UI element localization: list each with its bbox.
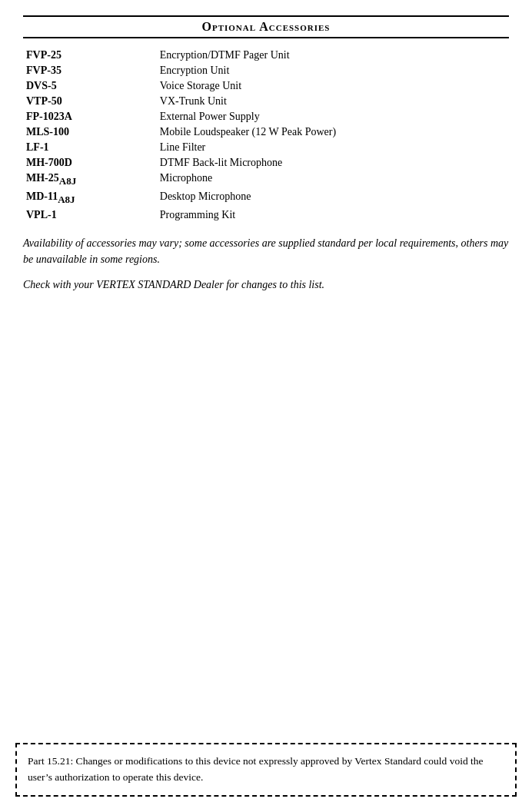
- description-cell: Voice Storage Unit: [157, 78, 509, 94]
- description-cell: Encryption Unit: [157, 63, 509, 78]
- table-row: VPL-1Programming Kit: [23, 207, 509, 223]
- table-row: FVP-35Encryption Unit: [23, 63, 509, 78]
- model-cell: MLS-100: [23, 124, 157, 140]
- accessories-table: FVP-25Encryption/DTMF Pager UnitFVP-35En…: [23, 48, 509, 223]
- table-row: DVS-5Voice Storage Unit: [23, 78, 509, 94]
- note1: Availability of accessories may vary; so…: [23, 235, 509, 267]
- page-title-block: Optional Accessories: [23, 15, 509, 38]
- model-cell: MH-700D: [23, 155, 157, 171]
- model-cell: VTP-50: [23, 94, 157, 109]
- table-row: FP-1023AExternal Power Supply: [23, 109, 509, 124]
- description-cell: Microphone: [157, 171, 509, 189]
- footer-box: Part 15.21: Changes or modifications to …: [15, 743, 517, 797]
- model-cell: MD-11A8J: [23, 189, 157, 207]
- table-row: LF-1Line Filter: [23, 140, 509, 155]
- table-row: MD-11A8JDesktop Microphone: [23, 189, 509, 207]
- table-row: MLS-100Mobile Loudspeaker (12 W Peak Pow…: [23, 124, 509, 140]
- description-cell: Encryption/DTMF Pager Unit: [157, 48, 509, 63]
- note2: Check with your VERTEX STANDARD Dealer f…: [23, 277, 509, 293]
- table-row: VTP-50VX-Trunk Unit: [23, 94, 509, 109]
- model-cell: FP-1023A: [23, 109, 157, 124]
- model-cell: FVP-25: [23, 48, 157, 63]
- page-title: Optional Accessories: [202, 20, 331, 33]
- description-cell: Desktop Microphone: [157, 189, 509, 207]
- page: Optional Accessories FVP-25Encryption/DT…: [0, 0, 532, 812]
- description-cell: Programming Kit: [157, 207, 509, 223]
- description-cell: Line Filter: [157, 140, 509, 155]
- model-cell: MH-25A8J: [23, 171, 157, 189]
- table-row: MH-25A8JMicrophone: [23, 171, 509, 189]
- model-cell: FVP-35: [23, 63, 157, 78]
- table-row: FVP-25Encryption/DTMF Pager Unit: [23, 48, 509, 63]
- table-row: MH-700DDTMF Back-lit Microphone: [23, 155, 509, 171]
- description-cell: VX-Trunk Unit: [157, 94, 509, 109]
- model-cell: LF-1: [23, 140, 157, 155]
- model-cell: DVS-5: [23, 78, 157, 94]
- description-cell: Mobile Loudspeaker (12 W Peak Power): [157, 124, 509, 140]
- model-cell: VPL-1: [23, 207, 157, 223]
- footer-text: Part 15.21: Changes or modifications to …: [28, 755, 484, 783]
- description-cell: DTMF Back-lit Microphone: [157, 155, 509, 171]
- description-cell: External Power Supply: [157, 109, 509, 124]
